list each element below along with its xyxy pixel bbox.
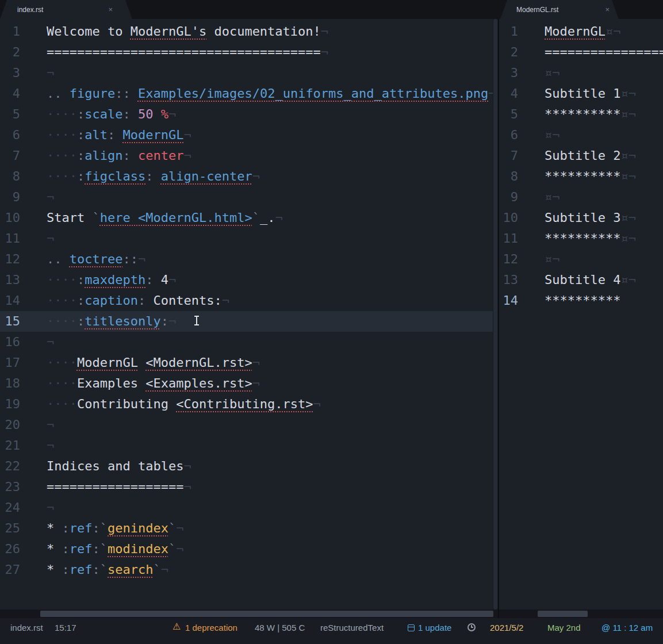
code-line[interactable]: 13Subtitle 4¤¬ xyxy=(499,270,663,290)
line-number[interactable]: 1 xyxy=(0,21,35,42)
line-number[interactable]: 11 xyxy=(499,228,545,249)
code-line[interactable]: 17····ModernGL <ModernGL.rst>¬ xyxy=(0,352,498,373)
line-number[interactable]: 26 xyxy=(0,539,35,559)
line-number[interactable]: 27 xyxy=(0,559,35,580)
code-line[interactable]: 2==================== xyxy=(499,42,663,63)
code-line[interactable]: 8····:figclass: align-center¬ xyxy=(0,166,498,187)
scrollbar-thumb[interactable] xyxy=(493,19,497,610)
code-line[interactable]: 7Subtitle 2¤¬ xyxy=(499,145,663,166)
code-line[interactable]: 11**********¤¬ xyxy=(499,228,663,249)
line-number[interactable]: 2 xyxy=(499,42,545,63)
status-syntax-selector[interactable]: reStructuredText xyxy=(320,623,384,632)
code-line[interactable]: 9¤¬ xyxy=(499,187,663,208)
line-number[interactable]: 9 xyxy=(0,187,35,208)
tab-index-rst[interactable]: index.rst × xyxy=(0,0,132,19)
token: Subtitle 4 xyxy=(545,273,620,287)
line-number[interactable]: 24 xyxy=(0,497,35,518)
code-line[interactable]: 7····:align: center¬ xyxy=(0,145,498,166)
line-number[interactable]: 12 xyxy=(0,249,35,270)
code-line[interactable]: 3¤¬ xyxy=(499,63,663,83)
code-line[interactable]: 4.. figure:: Examples/images/02_uniforms… xyxy=(0,83,498,104)
line-number[interactable]: 9 xyxy=(499,187,545,208)
line-number[interactable]: 14 xyxy=(0,290,35,311)
line-number[interactable]: 16 xyxy=(0,332,35,352)
line-number[interactable]: 13 xyxy=(499,270,545,290)
horizontal-scrollbar-right[interactable] xyxy=(499,610,663,618)
line-number[interactable]: 5 xyxy=(0,104,35,125)
line-number[interactable]: 19 xyxy=(0,394,35,415)
scrollbar-thumb[interactable] xyxy=(538,611,588,617)
tab-moderngl-rst[interactable]: ModernGL.rst × xyxy=(500,0,619,19)
code-line[interactable]: 9¬ xyxy=(0,187,498,208)
code-line[interactable]: 12.. toctree::¬ xyxy=(0,249,498,270)
line-number[interactable]: 12 xyxy=(499,249,545,270)
code-line[interactable]: 26* :ref:`modindex`¬ xyxy=(0,539,498,559)
line-number[interactable]: 18 xyxy=(0,373,35,394)
code-line[interactable]: 5**********¤¬ xyxy=(499,104,663,125)
code-line[interactable]: 4Subtitle 1¤¬ xyxy=(499,83,663,104)
vertical-scrollbar[interactable] xyxy=(493,19,498,610)
close-icon[interactable]: × xyxy=(108,5,113,14)
status-deprecation[interactable]: 1 deprecation xyxy=(185,623,237,632)
code-line[interactable]: 27* :ref:`search`¬ xyxy=(0,559,498,580)
line-number[interactable]: 11 xyxy=(0,228,35,249)
line-number[interactable]: 1 xyxy=(499,21,545,42)
code-line[interactable]: 8**********¤¬ xyxy=(499,166,663,187)
scrollbar-thumb[interactable] xyxy=(40,611,493,617)
code-line[interactable]: 20¬ xyxy=(0,415,498,435)
line-number[interactable]: 25 xyxy=(0,518,35,539)
code-line[interactable]: 5····:scale: 50 %¬ xyxy=(0,104,498,125)
code-line[interactable]: 23==================¬ xyxy=(0,477,498,497)
line-number[interactable]: 3 xyxy=(499,63,545,83)
line-number[interactable]: 17 xyxy=(0,352,35,373)
line-number[interactable]: 8 xyxy=(499,166,545,187)
line-number[interactable]: 8 xyxy=(0,166,35,187)
line-number[interactable]: 4 xyxy=(0,83,35,104)
editor-pane-right[interactable]: 1ModernGL¤¬2====================3¤¬4Subt… xyxy=(499,19,663,610)
code-line[interactable]: 6····:alt: ModernGL¬ xyxy=(0,125,498,145)
code-line[interactable]: 13····:maxdepth: 4¬ xyxy=(0,270,498,290)
code-line[interactable]: 16¬ xyxy=(0,332,498,352)
code-line[interactable]: 10Subtitle 3¤¬ xyxy=(499,208,663,228)
code-line[interactable]: 1ModernGL¤¬ xyxy=(499,21,663,42)
code-line[interactable]: 25* :ref:`genindex`¬ xyxy=(0,518,498,539)
code-line[interactable]: 24¬ xyxy=(0,497,498,518)
code-line[interactable]: 14********** xyxy=(499,290,663,311)
line-number[interactable]: 6 xyxy=(0,125,35,145)
token: ¬ xyxy=(222,293,229,308)
code-line[interactable]: 22Indices and tables¬ xyxy=(0,456,498,477)
code-line[interactable]: 18····Examples <Examples.rst>¬ xyxy=(0,373,498,394)
line-number[interactable]: 4 xyxy=(499,83,545,104)
line-number[interactable]: 7 xyxy=(499,145,545,166)
line-number[interactable]: 22 xyxy=(0,456,35,477)
line-number[interactable]: 13 xyxy=(0,270,35,290)
code-line[interactable]: 12¤¬ xyxy=(499,249,663,270)
line-number[interactable]: 15 xyxy=(0,311,35,332)
line-number[interactable]: 10 xyxy=(499,208,545,228)
token: ********** xyxy=(545,107,620,121)
code-line[interactable]: 2====================================¬ xyxy=(0,42,498,63)
line-number[interactable]: 10 xyxy=(0,208,35,228)
editor-pane-left[interactable]: 1Welcome to ModernGL's documentation!¬2=… xyxy=(0,19,498,610)
line-number[interactable]: 7 xyxy=(0,145,35,166)
line-number[interactable]: 5 xyxy=(499,104,545,125)
code-line[interactable]: 11¬ xyxy=(0,228,498,249)
code-line[interactable]: 21¬ xyxy=(0,435,498,456)
line-number[interactable]: 3 xyxy=(0,63,35,83)
code-line[interactable]: 14····:caption: Contents:¬ xyxy=(0,290,498,311)
code-line[interactable]: 19····Contributing <Contributing.rst>¬ xyxy=(0,394,498,415)
line-number[interactable]: 2 xyxy=(0,42,35,63)
line-number[interactable]: 14 xyxy=(499,290,545,311)
code-line[interactable]: 10Start `here <ModernGL.html>`_.¬ xyxy=(0,208,498,228)
code-line[interactable]: 6¤¬ xyxy=(499,125,663,145)
line-number[interactable]: 23 xyxy=(0,477,35,497)
code-line[interactable]: 3¬ xyxy=(0,63,498,83)
line-number[interactable]: 20 xyxy=(0,415,35,435)
line-number[interactable]: 6 xyxy=(499,125,545,145)
horizontal-scrollbar-left[interactable] xyxy=(0,610,498,618)
close-icon[interactable]: × xyxy=(605,5,610,14)
status-updates[interactable]: 1 update xyxy=(418,623,451,632)
code-line[interactable]: 15····:titlesonly:¬ xyxy=(0,311,498,332)
line-number[interactable]: 21 xyxy=(0,435,35,456)
code-line[interactable]: 1Welcome to ModernGL's documentation!¬ xyxy=(0,21,498,42)
